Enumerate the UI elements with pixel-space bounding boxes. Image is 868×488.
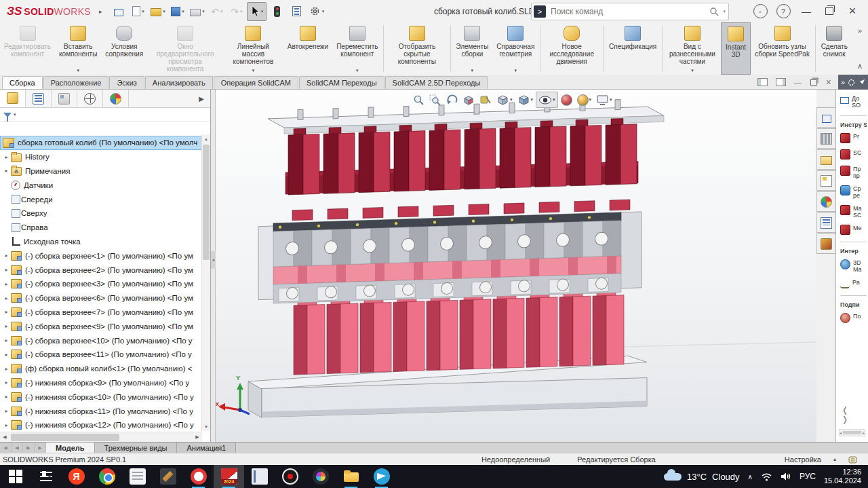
- tab-solidcam-transitions[interactable]: SolidCAM Переходы: [299, 76, 384, 89]
- fm-tabs-more-icon[interactable]: ▶: [193, 90, 210, 107]
- tree-item-component[interactable]: ▸(-) нижнияя сборка<12> (По умолчанию) <…: [0, 418, 202, 432]
- tree-item-component[interactable]: ▸(-) сборка верхнее<2> (По умолчанию) <П…: [0, 263, 202, 277]
- telegram-button[interactable]: [366, 465, 397, 488]
- ribbon-update-speedpak-button[interactable]: Обновить узлы сборки SpeedPak: [751, 22, 814, 75]
- tab-solidcam-25d[interactable]: SolidCAM 2.5D Переходы: [385, 76, 488, 89]
- pane-right-icon[interactable]: [776, 78, 786, 86]
- language-indicator[interactable]: РУС: [800, 472, 816, 481]
- doc-minimize-button[interactable]: —: [794, 78, 802, 86]
- help-button[interactable]: ?: [772, 0, 795, 22]
- tab-nav-prev[interactable]: ◀: [12, 443, 23, 453]
- taskpane-item[interactable]: Ра: [840, 279, 868, 288]
- tab-view-palette[interactable]: [816, 170, 835, 191]
- open-button[interactable]: ▾: [149, 3, 167, 20]
- tree-item-component[interactable]: ▸(-) нижнияя сборка<9> (По умолчанию) <П…: [0, 376, 202, 390]
- taskpane-gear-icon[interactable]: [847, 78, 856, 87]
- taskpane-item[interactable]: Ср ре: [840, 185, 868, 199]
- filter-caret-icon[interactable]: ▾: [14, 112, 16, 117]
- expand-arrow-icon[interactable]: ▸: [2, 168, 11, 174]
- display-style-button[interactable]: ▾: [515, 92, 536, 107]
- edit-appearance-button[interactable]: [559, 92, 574, 107]
- tree-item-component[interactable]: ▸(-) сборка верхнее<1> (По умолчанию) <П…: [0, 248, 202, 263]
- notepad-button[interactable]: [244, 465, 275, 488]
- save-button[interactable]: ▾: [168, 3, 186, 20]
- tree-item-component[interactable]: ▸(-) сборка верхнее<7> (По умолчанию) <П…: [0, 305, 202, 320]
- tree-filter[interactable]: ▾: [0, 108, 210, 122]
- task-settings-button[interactable]: [31, 465, 61, 488]
- search-dropdown-icon[interactable]: ▾: [723, 9, 726, 14]
- doc-restore-button[interactable]: [810, 79, 817, 86]
- expand-arrow-icon[interactable]: ▸: [2, 366, 11, 372]
- redo-button[interactable]: ↷▾: [227, 3, 245, 20]
- tree-item-component[interactable]: ▸(ф) сборка новый колиб<1> (По умолчанию…: [0, 362, 202, 376]
- search-input[interactable]: [549, 6, 709, 17]
- apply-scene-button[interactable]: ▾: [575, 92, 594, 107]
- ribbon-reference-geometry-button[interactable]: Справочная геометрия▾: [492, 22, 538, 75]
- expand-arrow-icon[interactable]: ▸: [2, 394, 11, 400]
- panel-splitter[interactable]: ◂: [211, 90, 216, 442]
- ribbon-exploded-view-button[interactable]: Вид с разнесенными частями▾: [664, 22, 721, 75]
- restore-button[interactable]: [818, 0, 841, 22]
- recorder-button[interactable]: [275, 465, 305, 488]
- search-icon[interactable]: [709, 7, 719, 16]
- expand-arrow-icon[interactable]: ▸: [2, 267, 11, 273]
- tree-item-history[interactable]: ▸History: [0, 150, 202, 164]
- tab-custom-properties[interactable]: [816, 212, 835, 233]
- scroll-left-icon[interactable]: ◀: [0, 434, 9, 440]
- tab-assembly[interactable]: Сборка: [2, 76, 43, 89]
- custom-status[interactable]: Настройка: [785, 455, 821, 464]
- ribbon-mate-button[interactable]: Условия сопряжения: [101, 22, 147, 75]
- tree-item-component[interactable]: ▸(-) нижнияя сборка<10> (По умолчанию) <…: [0, 390, 202, 404]
- tab-nav-first[interactable]: ◀: [0, 443, 12, 453]
- expand-arrow-icon[interactable]: ▸: [2, 379, 11, 386]
- ribbon-preview-window-button[interactable]: Окно предварительного просмотра компонен…: [147, 22, 223, 75]
- tab-solidcam-operation[interactable]: Операция SolidCAM: [214, 76, 298, 89]
- scroll-right-icon[interactable]: ▶: [193, 434, 202, 440]
- dynamic-assembly-button[interactable]: [477, 92, 494, 107]
- expand-arrow-icon[interactable]: ▸: [2, 323, 11, 329]
- taskpane-item[interactable]: По: [840, 313, 868, 323]
- tab-property-manager[interactable]: [26, 90, 52, 107]
- tab-sw-resources[interactable]: [816, 107, 835, 128]
- ribbon-edit-component-button[interactable]: Редактировать компонент: [0, 22, 55, 75]
- pane-left-icon[interactable]: [757, 78, 768, 86]
- tree-item-component[interactable]: ▸(-) сборка верхнее<11> (По умолчанию) <…: [0, 348, 202, 362]
- speaker-icon[interactable]: [781, 472, 791, 481]
- ribbon-motion-study-button[interactable]: Новое исследование движения: [542, 22, 602, 75]
- paint-app-button[interactable]: [305, 465, 336, 488]
- cad-tool-button[interactable]: [153, 465, 183, 488]
- pin-icon[interactable]: [858, 79, 865, 86]
- tab-appearances[interactable]: [816, 191, 835, 212]
- tab-evaluate[interactable]: Анализировать: [145, 76, 213, 89]
- taskpane-item[interactable]: Pr: [840, 133, 868, 143]
- ribbon-take-snapshot-button[interactable]: Сделать снимок: [817, 22, 852, 75]
- tab-display-manager[interactable]: [103, 90, 129, 107]
- tree-item-component[interactable]: ▸(-) сборка верхнее<6> (По умолчанию) <П…: [0, 291, 202, 305]
- taskpane-overflow-icon[interactable]: »: [841, 78, 845, 86]
- tab-dimxpert[interactable]: [77, 90, 103, 107]
- taskpane-item[interactable]: Ма SC: [840, 205, 868, 219]
- tree-item-front-plane[interactable]: Спереди: [0, 192, 202, 206]
- tag-icon[interactable]: [848, 455, 859, 464]
- tab-model[interactable]: Модель: [46, 443, 95, 453]
- expand-arrow-icon[interactable]: ▸: [2, 281, 11, 287]
- status-caret-icon[interactable]: ▴: [833, 456, 836, 462]
- chrome-button[interactable]: [92, 465, 122, 488]
- wifi-icon[interactable]: [761, 472, 772, 481]
- tree-item-sensors[interactable]: Датчики: [0, 178, 202, 192]
- ribbon-collapse-button[interactable]: ∧: [857, 62, 863, 71]
- tab-nav-last[interactable]: ▶: [35, 443, 46, 453]
- ribbon-linear-pattern-button[interactable]: Линейный массив компонентов▾: [223, 22, 283, 75]
- zoom-area-button[interactable]: [427, 92, 443, 107]
- taskpane-item[interactable]: Пр пр: [840, 166, 868, 179]
- home-button[interactable]: ?: [109, 3, 127, 20]
- ribbon-instant3d-button[interactable]: Instant 3D: [721, 22, 751, 75]
- tree-item-origin[interactable]: Исходная точка: [0, 235, 202, 249]
- welcome-link[interactable]: До SO: [840, 95, 868, 109]
- expand-arrow-icon[interactable]: ▸: [2, 337, 11, 343]
- scrollbar-thumb[interactable]: [11, 434, 119, 441]
- taskpane-page-nav[interactable]: ❬ ❭: [842, 405, 868, 424]
- taskpane-scrollbar[interactable]: ◂▸: [839, 429, 865, 436]
- tab-feature-tree[interactable]: [0, 90, 26, 107]
- ribbon-assembly-features-button[interactable]: Элементы сборки▾: [452, 22, 492, 75]
